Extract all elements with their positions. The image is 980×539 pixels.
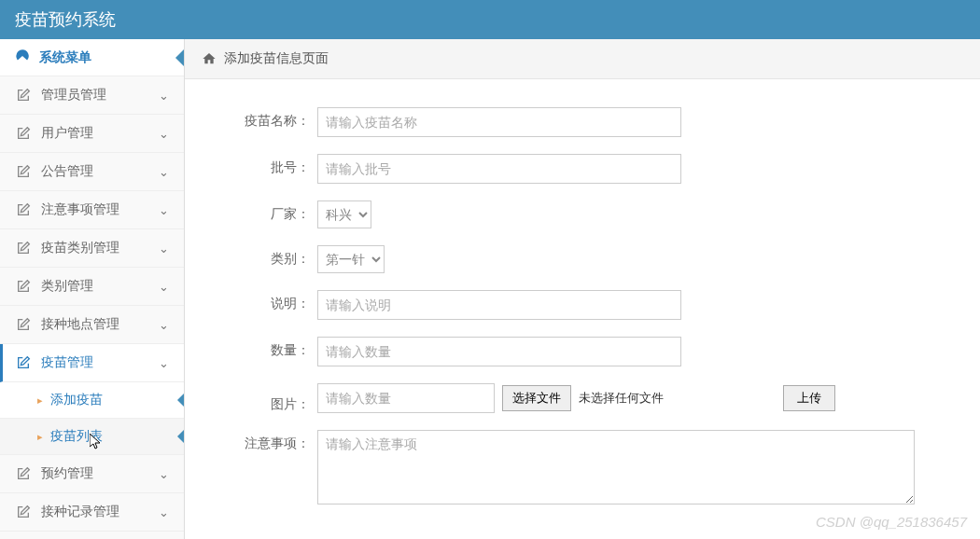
label-quantity: 数量： bbox=[196, 337, 317, 359]
sidebar-item-label: 接种记录管理 bbox=[41, 504, 119, 520]
edit-icon bbox=[15, 241, 32, 256]
caret-right-icon: ▸ bbox=[37, 394, 43, 407]
caret-right-icon: ▸ bbox=[37, 431, 43, 443]
sidebar-item-vaccine[interactable]: 疫苗管理 ⌄ bbox=[0, 344, 184, 382]
choose-file-button[interactable]: 选择文件 bbox=[502, 385, 571, 411]
sidebar-item-booking[interactable]: 预约管理 ⌄ bbox=[0, 455, 184, 493]
chevron-down-icon: ⌄ bbox=[159, 467, 169, 481]
file-status-text: 未选择任何文件 bbox=[579, 390, 664, 407]
edit-icon bbox=[15, 504, 32, 519]
app-header: 疫苗预约系统 bbox=[0, 0, 980, 39]
label-image: 图片： bbox=[196, 383, 317, 413]
sidebar-item-label: 疫苗管理 bbox=[41, 354, 93, 371]
main-content: 添加疫苗信息页面 疫苗名称： 批号： 厂家： 科兴 bbox=[185, 39, 980, 539]
input-batch[interactable] bbox=[317, 154, 681, 184]
select-manufacturer[interactable]: 科兴 bbox=[317, 200, 371, 228]
sidebar-item-label: 接种地点管理 bbox=[41, 316, 119, 333]
indicator-arrow bbox=[175, 48, 185, 67]
indicator-arrow bbox=[177, 393, 185, 408]
submenu-item-vaccine-list[interactable]: ▸ 疫苗列表 bbox=[0, 419, 184, 455]
breadcrumb-title: 添加疫苗信息页面 bbox=[224, 50, 329, 67]
breadcrumb: 添加疫苗信息页面 bbox=[185, 39, 980, 79]
textarea-precautions[interactable] bbox=[317, 430, 915, 504]
chevron-down-icon: ⌄ bbox=[159, 356, 169, 370]
label-category: 类别： bbox=[196, 245, 317, 268]
sidebar-item-category[interactable]: 类别管理 ⌄ bbox=[0, 268, 184, 306]
edit-icon bbox=[15, 466, 32, 481]
indicator-arrow bbox=[177, 429, 185, 444]
chevron-down-icon: ⌄ bbox=[159, 89, 169, 103]
edit-icon bbox=[15, 164, 32, 179]
edit-icon bbox=[15, 202, 32, 217]
sidebar-item-label: 疫苗类别管理 bbox=[41, 240, 119, 256]
dashboard-icon bbox=[15, 48, 30, 63]
sidebar-item-admin[interactable]: 管理员管理 ⌄ bbox=[0, 76, 184, 115]
label-vaccine-name: 疫苗名称： bbox=[196, 107, 317, 130]
sidebar-item-notice[interactable]: 公告管理 ⌄ bbox=[0, 153, 184, 191]
select-category[interactable]: 第一针 bbox=[317, 245, 385, 273]
submenu-item-label: 添加疫苗 bbox=[50, 392, 103, 408]
sidebar-item-records[interactable]: 接种记录管理 ⌄ bbox=[0, 493, 184, 532]
submenu-item-label: 疫苗列表 bbox=[50, 428, 103, 445]
chevron-down-icon: ⌄ bbox=[159, 280, 169, 294]
label-description: 说明： bbox=[196, 290, 317, 312]
submenu-item-add-vaccine[interactable]: ▸ 添加疫苗 bbox=[0, 382, 184, 419]
sidebar-item-vaccine-category[interactable]: 疫苗类别管理 ⌄ bbox=[0, 229, 184, 268]
sidebar-item-label: 公告管理 bbox=[41, 163, 93, 180]
upload-button[interactable]: 上传 bbox=[783, 385, 835, 411]
sidebar-item-label: 管理员管理 bbox=[41, 87, 106, 104]
input-image-path[interactable] bbox=[317, 383, 495, 413]
sidebar-item-label: 类别管理 bbox=[41, 278, 93, 295]
chevron-down-icon: ⌄ bbox=[159, 127, 169, 141]
label-precautions: 注意事项： bbox=[196, 430, 317, 452]
edit-icon bbox=[15, 126, 32, 141]
edit-icon bbox=[15, 279, 32, 294]
label-manufacturer: 厂家： bbox=[196, 200, 317, 223]
label-batch: 批号： bbox=[196, 154, 317, 176]
sidebar-item-label: 注意事项管理 bbox=[41, 201, 119, 218]
sidebar-item-location[interactable]: 接种地点管理 ⌄ bbox=[0, 306, 184, 344]
chevron-down-icon: ⌄ bbox=[159, 203, 169, 217]
chevron-down-icon: ⌄ bbox=[159, 242, 169, 256]
sidebar-item-user[interactable]: 用户管理 ⌄ bbox=[0, 115, 184, 153]
chevron-down-icon: ⌄ bbox=[159, 505, 169, 519]
input-description[interactable] bbox=[317, 290, 681, 320]
edit-icon bbox=[15, 355, 32, 370]
sidebar-item-label: 用户管理 bbox=[41, 125, 93, 142]
edit-icon bbox=[15, 88, 32, 103]
app-title: 疫苗预约系统 bbox=[15, 10, 116, 29]
chevron-down-icon: ⌄ bbox=[159, 318, 169, 332]
chevron-down-icon: ⌄ bbox=[159, 165, 169, 179]
menu-header: 系统菜单 bbox=[0, 39, 184, 76]
sidebar-item-label: 预约管理 bbox=[41, 465, 93, 482]
input-vaccine-name[interactable] bbox=[317, 107, 681, 137]
form-panel: 疫苗名称： 批号： 厂家： 科兴 类别： bbox=[196, 90, 969, 539]
sidebar-item-precaution[interactable]: 注意事项管理 ⌄ bbox=[0, 191, 184, 229]
sidebar: 系统菜单 管理员管理 ⌄ 用户管理 ⌄ 公告管理 ⌄ 注意事项管理 ⌄ 疫苗类别… bbox=[0, 39, 185, 539]
home-icon bbox=[202, 51, 217, 66]
input-quantity[interactable] bbox=[317, 337, 681, 366]
edit-icon bbox=[15, 317, 32, 332]
